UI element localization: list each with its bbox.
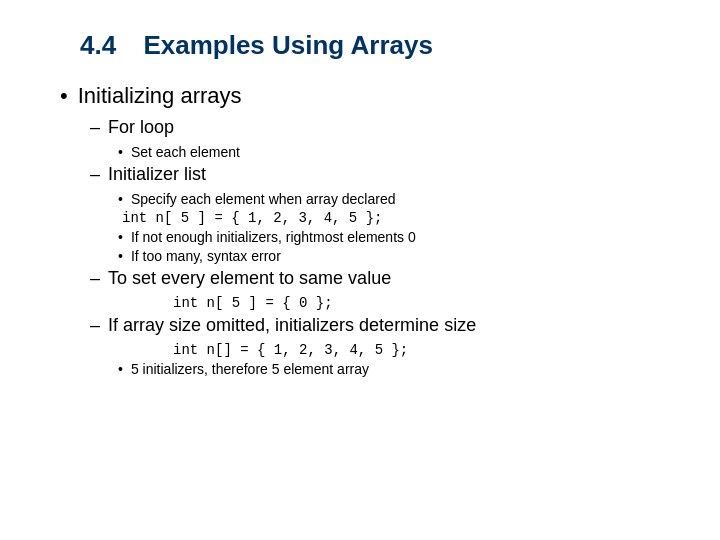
omitted-bullet-1: • 5 initializers, therefore 5 element ar… [118, 361, 670, 377]
slide-title: 4.4 Examples Using Arrays [50, 30, 670, 61]
omitted-label: If array size omitted, initializers dete… [108, 315, 476, 336]
sub-items-list: – For loop • Set each element – Initiali… [90, 117, 670, 377]
init-bullet-text-3: If too many, syntax error [131, 248, 281, 264]
bullet-dot: • [60, 83, 68, 109]
init-bullet-2: • If not enough initializers, rightmost … [118, 229, 670, 245]
slide: 4.4 Examples Using Arrays • Initializing… [0, 0, 720, 540]
forloop-label: For loop [108, 117, 174, 138]
dot3-5: • [118, 361, 123, 377]
dot3-3: • [118, 229, 123, 245]
dash-3: – [90, 268, 100, 289]
code-line-1: int n[ 5 ] = { 1, 2, 3, 4, 5 }; [118, 210, 670, 226]
initializer-label: Initializer list [108, 164, 206, 185]
forloop-bullet-1: • Set each element [118, 144, 670, 160]
title-label: Examples Using Arrays [143, 30, 433, 60]
samevalue-label: To set every element to same value [108, 268, 391, 289]
dash-item-omitted: – If array size omitted, initializers de… [90, 315, 670, 336]
dash-4: – [90, 315, 100, 336]
initializer-sub: • Specify each element when array declar… [118, 191, 670, 264]
init-bullet-1: • Specify each element when array declar… [118, 191, 670, 207]
init-bullet-3: • If too many, syntax error [118, 248, 670, 264]
samevalue-sub: int n[ 5 ] = { 0 }; [118, 295, 670, 311]
main-bullet-text: Initializing arrays [78, 83, 242, 109]
code-line-3: int n[] = { 1, 2, 3, 4, 5 }; [118, 342, 670, 358]
section-number: 4.4 [80, 30, 116, 60]
dash-item-forloop: – For loop [90, 117, 670, 138]
dash-item-samevalue: – To set every element to same value [90, 268, 670, 289]
content-area: • Initializing arrays – For loop • Set e… [50, 83, 670, 381]
init-bullet-text-2: If not enough initializers, rightmost el… [131, 229, 416, 245]
dot3-2: • [118, 191, 123, 207]
main-bullet: • Initializing arrays [60, 83, 670, 109]
dash-1: – [90, 117, 100, 138]
dot3-1: • [118, 144, 123, 160]
init-bullet-text-1: Specify each element when array declared [131, 191, 396, 207]
dot3-4: • [118, 248, 123, 264]
dash-item-initializer: – Initializer list [90, 164, 670, 185]
dash-2: – [90, 164, 100, 185]
code-line-2: int n[ 5 ] = { 0 }; [118, 295, 670, 311]
forloop-sub: • Set each element [118, 144, 670, 160]
omitted-bullet-text-1: 5 initializers, therefore 5 element arra… [131, 361, 369, 377]
forloop-bullet-text-1: Set each element [131, 144, 240, 160]
omitted-sub: int n[] = { 1, 2, 3, 4, 5 }; • 5 initial… [118, 342, 670, 377]
